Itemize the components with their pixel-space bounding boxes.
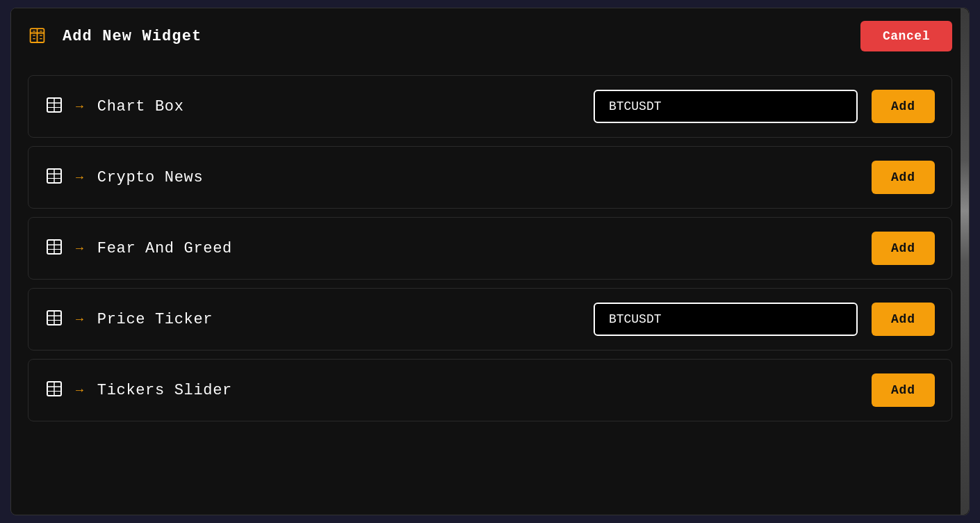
modal-title: Add New Widget <box>63 28 202 45</box>
widget-input-chart-box[interactable] <box>594 90 858 123</box>
widget-row-price-ticker: → Price TickerAdd <box>28 288 952 351</box>
widget-header-icon <box>28 24 53 49</box>
widget-icon-group-fear-and-greed: → <box>45 236 83 261</box>
widget-icon-group-chart-box: → <box>45 94 83 119</box>
cancel-button[interactable]: Cancel <box>860 21 952 51</box>
arrow-icon-price-ticker: → <box>76 312 83 326</box>
scrollbar[interactable] <box>961 8 969 515</box>
widget-icon-group-crypto-news: → <box>45 165 83 190</box>
widget-name-crypto-news: Crypto News <box>97 169 858 186</box>
add-button-crypto-news[interactable]: Add <box>872 161 935 194</box>
widget-name-tickers-slider: Tickers Slider <box>97 382 858 399</box>
widget-input-price-ticker[interactable] <box>594 303 858 336</box>
widget-row-tickers-slider: → Tickers SliderAdd <box>28 359 952 421</box>
add-button-tickers-slider[interactable]: Add <box>872 373 935 407</box>
box-icon-crypto-news <box>45 165 70 190</box>
modal-header: Add New Widget Cancel <box>11 8 969 64</box>
box-icon-price-ticker <box>45 307 70 332</box>
box-icon-tickers-slider <box>45 378 70 403</box>
arrow-icon-tickers-slider: → <box>76 383 83 397</box>
modal-title-group: Add New Widget <box>28 24 202 49</box>
arrow-icon-chart-box: → <box>76 99 83 113</box>
arrow-icon-crypto-news: → <box>76 170 83 184</box>
widget-name-price-ticker: Price Ticker <box>97 311 580 328</box>
widget-row-crypto-news: → Crypto NewsAdd <box>28 146 952 209</box>
modal-body: → Chart BoxAdd → Crypto NewsAdd <box>11 64 969 515</box>
box-icon-fear-and-greed <box>45 236 70 261</box>
widget-row-fear-and-greed: → Fear And GreedAdd <box>28 217 952 280</box>
widget-name-fear-and-greed: Fear And Greed <box>97 240 858 257</box>
modal-overlay: Add New Widget Cancel → Chart BoxAdd <box>10 8 970 515</box>
add-button-chart-box[interactable]: Add <box>872 90 935 123</box>
box-icon-chart-box <box>45 94 70 119</box>
add-button-fear-and-greed[interactable]: Add <box>872 232 935 265</box>
widget-icon-group-tickers-slider: → <box>45 378 83 403</box>
widget-name-chart-box: Chart Box <box>97 98 580 115</box>
widget-icon-group-price-ticker: → <box>45 307 83 332</box>
add-button-price-ticker[interactable]: Add <box>872 303 935 336</box>
widget-row-chart-box: → Chart BoxAdd <box>28 75 952 138</box>
arrow-icon-fear-and-greed: → <box>76 241 83 255</box>
